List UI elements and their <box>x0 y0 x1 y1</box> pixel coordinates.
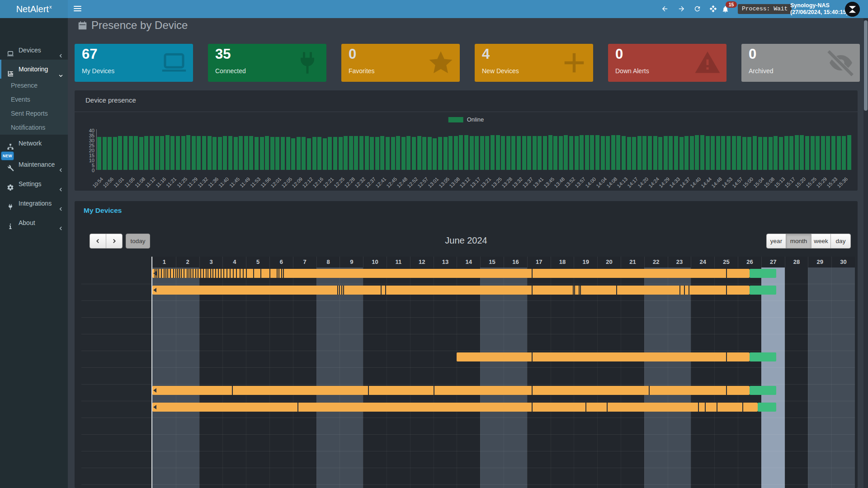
calendar-cell[interactable] <box>152 301 176 318</box>
calendar-cell[interactable] <box>387 301 410 318</box>
chart-bar[interactable] <box>249 136 253 170</box>
calendar-cell[interactable] <box>410 468 434 485</box>
calendar-cell[interactable] <box>434 351 457 368</box>
calendar-cell[interactable] <box>434 485 457 488</box>
chart-bar[interactable] <box>396 136 400 170</box>
nav-forward-button[interactable] <box>676 4 687 14</box>
calendar-cell[interactable] <box>293 451 316 468</box>
calendar-cell[interactable] <box>176 368 199 385</box>
chart-bar[interactable] <box>690 136 694 170</box>
calendar-cell[interactable] <box>363 451 387 468</box>
calendar-cell[interactable] <box>176 351 199 368</box>
calendar-cell[interactable] <box>644 451 668 468</box>
calendar-cell[interactable] <box>714 334 738 351</box>
calendar-cell[interactable] <box>316 435 340 451</box>
day-header-21[interactable]: 21 <box>621 257 644 267</box>
calendar-cell[interactable] <box>269 451 293 468</box>
calendar-cell[interactable] <box>387 468 410 485</box>
calendar-cell[interactable] <box>785 418 808 435</box>
calendar-cell[interactable] <box>269 435 293 451</box>
stat-card-connected[interactable]: 35Connected <box>208 44 326 82</box>
calendar-cell[interactable] <box>527 368 551 385</box>
calendar-cell[interactable] <box>668 485 691 488</box>
calendar-cell[interactable] <box>691 485 714 488</box>
calendar-cell[interactable] <box>457 318 480 334</box>
calendar-cell[interactable] <box>714 301 738 318</box>
calendar-cell[interactable] <box>808 301 831 318</box>
day-header-25[interactable]: 25 <box>714 257 738 267</box>
calendar-cell[interactable] <box>387 485 410 488</box>
calendar-cell[interactable] <box>761 485 785 488</box>
calendar-cell[interactable] <box>222 318 246 334</box>
calendar-cell[interactable] <box>152 334 176 351</box>
day-header-26[interactable]: 26 <box>738 257 761 267</box>
day-header-1[interactable]: 1 <box>152 257 176 267</box>
calendar-cell[interactable] <box>808 418 831 435</box>
chart-bar[interactable] <box>653 136 657 170</box>
day-header-5[interactable]: 5 <box>246 257 269 267</box>
calendar-cell[interactable] <box>621 468 644 485</box>
chart-bar[interactable] <box>260 137 264 170</box>
calendar-cell[interactable] <box>152 468 176 485</box>
calendar-cell[interactable] <box>340 485 363 488</box>
calendar-cell[interactable] <box>785 485 808 488</box>
calendar-cell[interactable] <box>808 267 831 284</box>
calendar-cell[interactable] <box>246 485 269 488</box>
calendar-cell[interactable] <box>808 468 831 485</box>
chart-bar[interactable] <box>842 136 846 170</box>
chart-bar[interactable] <box>637 136 642 170</box>
calendar-cell[interactable] <box>269 368 293 385</box>
calendar-cell[interactable] <box>714 418 738 435</box>
presence-current-bar[interactable] <box>750 352 777 361</box>
calendar-cell[interactable] <box>457 368 480 385</box>
calendar-cell[interactable] <box>668 301 691 318</box>
chart-bar[interactable] <box>789 136 793 170</box>
calendar-cell[interactable] <box>340 318 363 334</box>
chart-bar[interactable] <box>202 136 206 170</box>
calendar-cell[interactable] <box>457 485 480 488</box>
chart-bar[interactable] <box>779 137 783 170</box>
calendar-cell[interactable] <box>597 368 621 385</box>
calendar-cell[interactable] <box>761 368 785 385</box>
calendar-cell[interactable] <box>222 451 246 468</box>
calendar-cell[interactable] <box>597 334 621 351</box>
day-header-8[interactable]: 8 <box>316 257 340 267</box>
stat-card-favorites[interactable]: 0Favorites <box>341 44 460 82</box>
chart-bar[interactable] <box>658 137 662 170</box>
presence-event-bar[interactable] <box>152 386 750 395</box>
calendar-cell[interactable] <box>597 301 621 318</box>
day-header-10[interactable]: 10 <box>363 257 387 267</box>
calendar-cell[interactable] <box>480 435 504 451</box>
chart-bar[interactable] <box>732 136 736 170</box>
calendar-cell[interactable] <box>738 318 761 334</box>
calendar-cell[interactable] <box>293 435 316 451</box>
calendar-cell[interactable] <box>316 368 340 385</box>
calendar-cell[interactable] <box>480 451 504 468</box>
calendar-cell[interactable] <box>621 334 644 351</box>
calendar-cell[interactable] <box>199 485 223 488</box>
chart-bar[interactable] <box>501 136 505 170</box>
calendar-cell[interactable] <box>551 318 574 334</box>
calendar-cell[interactable] <box>808 385 831 401</box>
presence-current-bar[interactable] <box>750 269 777 278</box>
sidebar-item-about[interactable]: About <box>0 214 68 231</box>
day-header-28[interactable]: 28 <box>785 257 808 267</box>
chart-bar[interactable] <box>475 136 479 170</box>
day-header-15[interactable]: 15 <box>480 257 504 267</box>
chart-bar[interactable] <box>218 137 222 170</box>
calendar-cell[interactable] <box>176 334 199 351</box>
calendar-cell[interactable] <box>761 468 785 485</box>
chart-bar[interactable] <box>297 137 301 170</box>
chart-bar[interactable] <box>816 136 820 170</box>
calendar-cell[interactable] <box>340 435 363 451</box>
calendar-cell[interactable] <box>831 368 855 385</box>
calendar-cell[interactable] <box>691 468 714 485</box>
sidebar-item-network[interactable]: Network <box>0 135 68 152</box>
presence-event-bar[interactable] <box>152 403 758 412</box>
calendar-cell[interactable] <box>340 451 363 468</box>
chart-bar[interactable] <box>517 136 521 170</box>
calendar-cell[interactable] <box>434 301 457 318</box>
calendar-cell[interactable] <box>761 435 785 451</box>
chart-bar[interactable] <box>454 136 458 170</box>
calendar-cell[interactable] <box>785 368 808 385</box>
